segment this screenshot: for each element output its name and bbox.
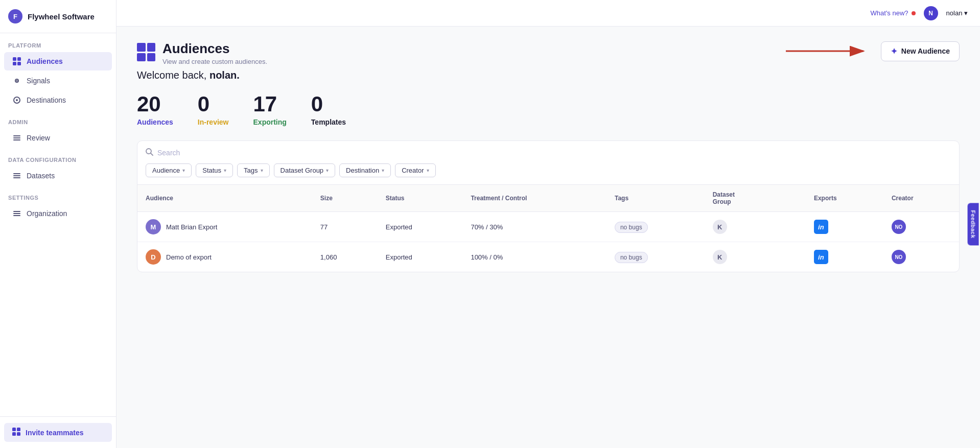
svg-rect-15 xyxy=(13,213,20,214)
feedback-tab[interactable]: Feedback xyxy=(967,203,978,245)
cell-size: 1,060 xyxy=(312,242,378,272)
cell-tags: no bugs xyxy=(606,242,705,272)
user-name[interactable]: nolan ▾ xyxy=(946,9,968,17)
filter-tags[interactable]: Tags ▾ xyxy=(237,163,269,177)
stat-audiences[interactable]: 20 Audiences xyxy=(137,93,173,126)
table-row[interactable]: M Matt Brian Export 77 Exported 70% / 30… xyxy=(137,212,959,242)
svg-point-5 xyxy=(16,80,18,82)
sidebar-signals-label: Signals xyxy=(27,77,50,85)
sidebar-destinations-label: Destinations xyxy=(27,96,66,104)
col-treatment-control: Treatment / Control xyxy=(462,185,606,212)
cell-audience-name: D Demo of export xyxy=(137,242,312,272)
admin-section-label: Admin xyxy=(0,110,116,128)
sidebar-item-review[interactable]: Review xyxy=(4,129,112,147)
col-status: Status xyxy=(378,185,463,212)
stat-templates[interactable]: 0 Templates xyxy=(311,93,346,126)
row-avatar: D xyxy=(146,249,161,265)
svg-rect-3 xyxy=(17,62,21,65)
settings-section-label: Settings xyxy=(0,185,116,204)
sidebar-item-organization[interactable]: Organization xyxy=(4,204,112,223)
col-tags: Tags xyxy=(606,185,705,212)
chevron-down-icon: ▾ xyxy=(427,168,429,173)
filter-audience[interactable]: Audience ▾ xyxy=(146,163,192,177)
dataset-avatar: K xyxy=(713,250,727,264)
cell-tags: no bugs xyxy=(606,212,705,242)
sidebar-item-destinations[interactable]: Destinations xyxy=(4,91,112,109)
filter-row: Audience ▾ Status ▾ Tags ▾ Dataset Group… xyxy=(146,163,951,177)
whats-new-label: What's new? xyxy=(871,9,908,17)
header-actions: ✦ New Audience xyxy=(781,41,960,61)
table-header-row: Audience Size Status Treatment / Control… xyxy=(137,185,959,212)
destinations-icon xyxy=(12,96,21,105)
svg-rect-9 xyxy=(13,137,20,138)
audiences-table: Audience Size Status Treatment / Control… xyxy=(137,185,959,272)
platform-section-label: Platform xyxy=(0,33,116,52)
sidebar-item-datasets[interactable]: Datasets xyxy=(4,167,112,185)
col-size: Size xyxy=(312,185,378,212)
search-input[interactable]: Search xyxy=(157,149,180,157)
search-icon xyxy=(146,148,153,157)
cell-creator: NO xyxy=(883,212,959,242)
stat-exporting-number: 17 xyxy=(253,93,287,115)
page-title-icon xyxy=(137,43,155,61)
page-title: Audiences xyxy=(162,41,267,57)
stat-audiences-number: 20 xyxy=(137,93,173,115)
stat-audiences-label: Audiences xyxy=(137,118,173,126)
svg-rect-20 xyxy=(17,432,20,436)
organization-icon xyxy=(12,209,21,218)
svg-rect-17 xyxy=(12,428,16,431)
filter-status[interactable]: Status ▾ xyxy=(196,163,233,177)
col-audience: Audience xyxy=(137,185,312,212)
chevron-down-icon: ▾ xyxy=(382,168,384,173)
stat-in-review[interactable]: 0 In-review xyxy=(198,93,229,126)
svg-rect-19 xyxy=(12,432,16,436)
cell-size: 77 xyxy=(312,212,378,242)
arrow-annotation xyxy=(781,41,873,61)
svg-point-7 xyxy=(16,99,18,101)
sidebar-datasets-label: Datasets xyxy=(27,172,55,180)
notification-dot xyxy=(912,11,916,15)
filter-creator[interactable]: Creator ▾ xyxy=(395,163,435,177)
svg-rect-10 xyxy=(13,139,20,140)
sidebar-item-audiences[interactable]: Audiences xyxy=(4,52,112,70)
cell-audience-name: M Matt Brian Export xyxy=(137,212,312,242)
page-subtitle: View and create custom audiences. xyxy=(162,58,267,65)
col-exports: Exports xyxy=(806,185,883,212)
tag-badge: no bugs xyxy=(615,222,648,233)
welcome-text: Welcome back, nolan. xyxy=(137,69,960,81)
chevron-down-icon: ▾ xyxy=(261,168,263,173)
svg-rect-0 xyxy=(13,57,16,61)
invite-teammates-button[interactable]: Invite teammates xyxy=(4,423,112,442)
svg-line-24 xyxy=(151,153,153,155)
svg-rect-11 xyxy=(13,173,20,174)
cell-status: Exported xyxy=(378,242,463,272)
svg-rect-16 xyxy=(13,215,20,216)
filter-dataset-group[interactable]: Dataset Group ▾ xyxy=(274,163,336,177)
whats-new-button[interactable]: What's new? xyxy=(871,9,916,17)
cell-status: Exported xyxy=(378,212,463,242)
filter-destination[interactable]: Destination ▾ xyxy=(339,163,391,177)
sidebar-organization-label: Organization xyxy=(27,209,67,218)
sidebar-item-signals[interactable]: Signals xyxy=(4,72,112,90)
linkedin-export-icon: in xyxy=(814,220,828,234)
col-dataset-group: DatasetGroup xyxy=(705,185,806,212)
creator-avatar: NO xyxy=(892,250,906,264)
svg-rect-18 xyxy=(17,428,20,431)
cell-exports: in xyxy=(806,212,883,242)
signals-icon xyxy=(12,76,21,85)
cell-dataset: K xyxy=(705,242,806,272)
chevron-down-icon: ▾ xyxy=(326,168,329,173)
sidebar-review-label: Review xyxy=(27,134,50,142)
page-header: Audiences View and create custom audienc… xyxy=(137,41,960,65)
user-avatar: N xyxy=(924,6,938,20)
stat-exporting[interactable]: 17 Exporting xyxy=(253,93,287,126)
svg-rect-13 xyxy=(13,177,20,178)
table-row[interactable]: D Demo of export 1,060 Exported 100% / 0… xyxy=(137,242,959,272)
svg-rect-8 xyxy=(13,135,20,136)
new-audience-icon: ✦ xyxy=(891,46,897,56)
cell-dataset: K xyxy=(705,212,806,242)
sidebar-audiences-label: Audiences xyxy=(27,57,63,65)
topbar: What's new? N nolan ▾ xyxy=(116,0,980,27)
new-audience-button[interactable]: ✦ New Audience xyxy=(881,41,960,61)
cell-creator: NO xyxy=(883,242,959,272)
